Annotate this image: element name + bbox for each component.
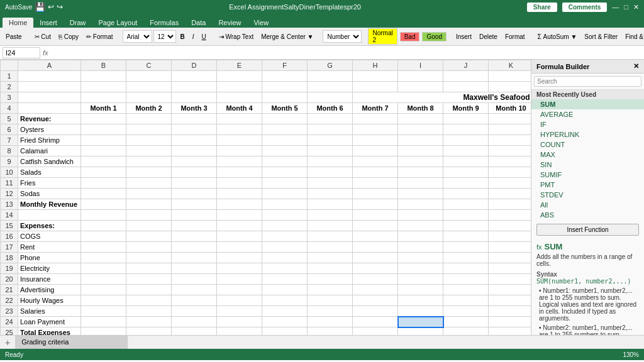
cell-K10[interactable] <box>489 167 531 178</box>
cell-D8[interactable] <box>172 146 217 156</box>
cell-F18[interactable] <box>262 253 308 263</box>
cell-J11[interactable] <box>443 178 489 189</box>
cell-C12[interactable] <box>126 189 172 199</box>
cell-K15[interactable] <box>489 221 531 231</box>
cell-G4[interactable]: Month 6 <box>308 103 353 114</box>
cell-E11[interactable] <box>217 178 262 189</box>
formula-item-sum[interactable]: SUM <box>531 99 644 109</box>
tab-draw[interactable]: Draw <box>64 18 92 28</box>
cell-J14[interactable] <box>443 210 489 221</box>
cell-K2[interactable] <box>489 82 531 92</box>
cell-H10[interactable] <box>353 167 398 178</box>
cell-H14[interactable] <box>353 210 398 221</box>
cell-C9[interactable] <box>126 156 172 167</box>
cell-A13[interactable]: Monthly Revenue <box>18 199 81 210</box>
cell-E10[interactable] <box>217 167 262 178</box>
col-header-H[interactable]: H <box>353 60 398 71</box>
cell-G20[interactable] <box>308 274 353 285</box>
cell-A14[interactable] <box>18 210 81 221</box>
cell-I13[interactable] <box>398 199 443 210</box>
cell-A8[interactable]: Calamari <box>18 146 81 156</box>
cell-E21[interactable] <box>217 285 262 295</box>
col-header-E[interactable]: E <box>217 60 262 71</box>
cell-G23[interactable] <box>308 306 353 317</box>
cell-E20[interactable] <box>217 274 262 285</box>
cell-G1[interactable] <box>308 71 353 82</box>
cell-C20[interactable] <box>126 274 172 285</box>
cell-F22[interactable] <box>262 295 308 306</box>
bold-button[interactable]: B <box>177 32 188 41</box>
cell-B14[interactable] <box>81 210 126 221</box>
cell-A22[interactable]: Hourly Wages <box>18 295 81 306</box>
cell-G22[interactable] <box>308 295 353 306</box>
cell-C15[interactable] <box>126 221 172 231</box>
cell-D2[interactable] <box>172 82 217 92</box>
cell-E13[interactable] <box>217 199 262 210</box>
cell-F19[interactable] <box>262 263 308 274</box>
cell-J12[interactable] <box>443 189 489 199</box>
cell-E23[interactable] <box>217 306 262 317</box>
cell-I7[interactable] <box>398 135 443 146</box>
cell-B17[interactable] <box>81 242 126 253</box>
formula-item-count[interactable]: COUNT <box>531 140 644 150</box>
cell-B10[interactable] <box>81 167 126 178</box>
cell-H7[interactable] <box>353 135 398 146</box>
cell-K5[interactable] <box>489 114 531 124</box>
cell-H3[interactable]: Maxwell's Seafood Diner <box>353 92 531 103</box>
cell-H5[interactable] <box>353 114 398 124</box>
cell-I12[interactable] <box>398 189 443 199</box>
cell-C22[interactable] <box>126 295 172 306</box>
cell-H21[interactable] <box>353 285 398 295</box>
cell-G9[interactable] <box>308 156 353 167</box>
cell-I24[interactable] <box>398 317 443 327</box>
cell-D5[interactable] <box>172 114 217 124</box>
cell-B20[interactable] <box>81 274 126 285</box>
cell-D9[interactable] <box>172 156 217 167</box>
number-format-select[interactable]: Number <box>323 30 362 43</box>
cell-C14[interactable] <box>126 210 172 221</box>
sort-filter-button[interactable]: Sort & Filter <box>581 32 621 41</box>
cell-C1[interactable] <box>126 71 172 82</box>
font-name-select[interactable]: Arial <box>123 30 152 43</box>
find-select-button[interactable]: Find & Select <box>622 32 644 41</box>
cell-H24[interactable] <box>353 317 398 327</box>
cell-E3[interactable] <box>217 92 262 103</box>
cell-A25[interactable]: Total Expenses <box>18 327 81 336</box>
cell-B19[interactable] <box>81 263 126 274</box>
cell-H6[interactable] <box>353 124 398 135</box>
cell-I6[interactable] <box>398 124 443 135</box>
copy-button[interactable]: ⎘ Copy <box>55 32 82 41</box>
cell-A6[interactable]: Oysters <box>18 124 81 135</box>
delete-cells-button[interactable]: Delete <box>476 32 501 41</box>
cell-J21[interactable] <box>443 285 489 295</box>
cell-E22[interactable] <box>217 295 262 306</box>
cell-J19[interactable] <box>443 263 489 274</box>
cell-C18[interactable] <box>126 253 172 263</box>
cell-I11[interactable] <box>398 178 443 189</box>
cell-H15[interactable] <box>353 221 398 231</box>
cell-K11[interactable] <box>489 178 531 189</box>
cell-F14[interactable] <box>262 210 308 221</box>
autosum-button[interactable]: Σ AutoSum ▼ <box>535 32 580 41</box>
cell-J23[interactable] <box>443 306 489 317</box>
cell-D15[interactable] <box>172 221 217 231</box>
col-header-F[interactable]: F <box>262 60 308 71</box>
cell-B23[interactable] <box>81 306 126 317</box>
cell-G24[interactable] <box>308 317 353 327</box>
cell-C5[interactable] <box>126 114 172 124</box>
cell-E17[interactable] <box>217 242 262 253</box>
cut-button[interactable]: ✂ Cut <box>31 32 54 41</box>
cell-A19[interactable]: Electricity <box>18 263 81 274</box>
cell-F13[interactable] <box>262 199 308 210</box>
cell-J4[interactable]: Month 9 <box>443 103 489 114</box>
formula-item-abs[interactable]: ABS <box>531 210 644 220</box>
cell-D20[interactable] <box>172 274 217 285</box>
cell-H12[interactable] <box>353 189 398 199</box>
cell-F15[interactable] <box>262 221 308 231</box>
cell-I1[interactable] <box>398 71 443 82</box>
cell-E8[interactable] <box>217 146 262 156</box>
cell-J5[interactable] <box>443 114 489 124</box>
cell-I20[interactable] <box>398 274 443 285</box>
cell-I10[interactable] <box>398 167 443 178</box>
cell-F8[interactable] <box>262 146 308 156</box>
